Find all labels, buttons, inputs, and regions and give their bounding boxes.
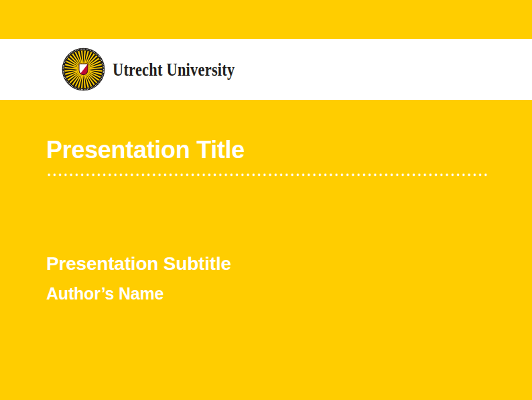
slide-root: Utrecht University Presentation Title Pr… xyxy=(0,0,532,400)
uu-logo: Utrecht University xyxy=(62,48,265,91)
uu-wordmark: Utrecht University xyxy=(113,59,235,80)
header-band: Utrecht University xyxy=(0,39,532,100)
slide-subtitle: Presentation Subtitle xyxy=(46,255,231,273)
top-accent-bar xyxy=(0,0,532,39)
title-underline-dots xyxy=(46,172,488,178)
slide-title: Presentation Title xyxy=(46,138,245,162)
uu-seal-icon xyxy=(62,48,105,91)
slide-body: Presentation Title Presentation Subtitle… xyxy=(0,100,532,400)
author-name: Author’s Name xyxy=(46,285,163,302)
